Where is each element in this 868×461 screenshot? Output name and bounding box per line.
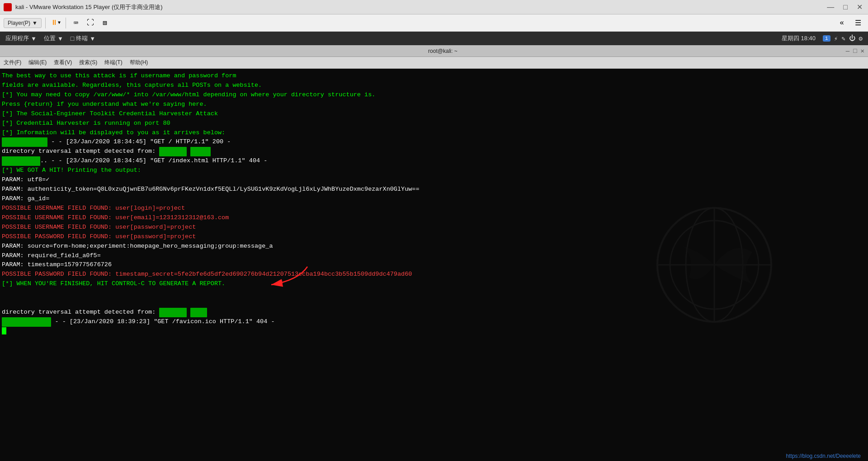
term-minimize-btn[interactable]: — — [846, 47, 849, 55]
lib-button[interactable]: ☰ — [852, 17, 864, 29]
terminal-menubar: 文件(F) 编辑(E) 查看(V) 搜索(S) 终端(T) 帮助(H) — [0, 57, 868, 69]
toolbar: Player(P) ▼ ⏸ ▼ ⌨ ⛶ ⊞ « ☰ — [0, 14, 868, 32]
term-line-12: PARAM: utf8=✓ — [2, 175, 866, 185]
ip-redact-3: ██ ██ — [190, 147, 211, 156]
terminal-window-controls: — □ ✕ — [846, 47, 864, 55]
term-maximize-btn[interactable]: □ — [853, 47, 857, 55]
term-line-11: [*] WE GOT A HIT! Printing the output: — [2, 166, 866, 175]
unity-button[interactable]: ⊞ — [99, 17, 111, 29]
pause-button[interactable]: ⏸ ▼ — [49, 17, 62, 29]
minimize-button[interactable]: — — [825, 3, 836, 11]
term-line-25 — [2, 298, 866, 308]
toolbar-sep2 — [66, 18, 66, 28]
pause-dropdown-icon: ▼ — [58, 20, 61, 25]
position-label: 位置 — [44, 34, 56, 42]
back-icon: « — [840, 19, 844, 27]
sysbar-right: 星期四 18:40 1 ⚡ ✎ ⏻ ⚙ — [782, 34, 863, 42]
player-label: Player(P) — [8, 20, 30, 26]
ip-redact-2: ███ ███ — [159, 147, 187, 156]
status-url: https://blog.csdn.net/Deeeelete — [783, 452, 864, 460]
term-line-cursor — [2, 327, 866, 336]
menu-search[interactable]: 搜索(S) — [79, 59, 97, 66]
position-menu[interactable]: 位置 ▼ — [44, 34, 63, 42]
ip-redact-7: ███ ███ ███ █ — [2, 317, 51, 327]
app-icon — [4, 3, 12, 11]
terminal-cursor — [2, 327, 6, 334]
term-line-20: PARAM: required_field_a0f5= — [2, 251, 866, 261]
term-line-7: [*] Information will be displayed to you… — [2, 128, 866, 138]
term-line-19: PARAM: source=form-home;experiment:homep… — [2, 242, 866, 251]
term-line-26: directory traversal attempt detected fro… — [2, 308, 866, 317]
menu-help[interactable]: 帮助(H) — [130, 59, 148, 66]
term-line-6: [*] Credential Harvester is running on p… — [2, 119, 866, 128]
term-close-btn[interactable]: ✕ — [861, 47, 864, 55]
clock: 星期四 18:40 — [782, 34, 816, 42]
term-line-23: [*] WHEN YOU'RE FINISHED, HIT CONTROL-C … — [2, 279, 866, 289]
title-bar: kali - VMware Workstation 15 Player (仅用于… — [0, 0, 868, 14]
sysbar-icon3[interactable]: ⏻ — [849, 35, 855, 42]
badge-number: 1 — [823, 35, 830, 42]
title-bar-left: kali - VMware Workstation 15 Player (仅用于… — [4, 3, 163, 11]
term-line-16: POSSIBLE USERNAME FIELD FOUND: user[emai… — [2, 213, 866, 223]
ip-redact-6: ██ █ — [190, 308, 207, 317]
term-line-17: POSSIBLE USERNAME FIELD FOUND: user[pass… — [2, 223, 866, 232]
term-line-10: ███ ███ ██.. - - [23/Jan/2020 18:34:45] … — [2, 156, 866, 166]
term-line-8: ███ ███ ██ █ - - [23/Jan/2020 18:34:45] … — [2, 137, 866, 147]
apps-arrow: ▼ — [31, 35, 37, 42]
menu-terminal[interactable]: 终端(T) — [104, 59, 122, 66]
term-line-1: The best way to use this attack is if us… — [2, 71, 866, 81]
sysbar-icon2[interactable]: ✎ — [841, 35, 845, 42]
system-bar: 应用程序 ▼ 位置 ▼ □ 终端 ▼ 星期四 18:40 1 ⚡ ✎ ⏻ ⚙ — [0, 32, 868, 45]
terminal-title: root@kali: ~ — [428, 48, 458, 54]
window-title: kali - VMware Workstation 15 Player (仅用于… — [15, 3, 163, 11]
sysbar-left: 应用程序 ▼ 位置 ▼ □ 终端 ▼ — [5, 34, 95, 42]
apps-label: 应用程序 — [5, 34, 29, 42]
term-line-14: PARAM: ga_id= — [2, 194, 866, 204]
back-button[interactable]: « — [835, 17, 848, 29]
term-line-15: POSSIBLE USERNAME FIELD FOUND: user[logi… — [2, 204, 866, 213]
sysbar-icon1[interactable]: ⚡ — [834, 35, 838, 42]
terminal-label: 终端 — [76, 34, 88, 42]
menu-file[interactable]: 文件(F) — [4, 59, 21, 66]
term-line-24 — [2, 289, 866, 298]
ip-redact-1: ███ ███ ██ █ — [2, 137, 47, 147]
term-line-4: Press {return} if you understand what we… — [2, 100, 866, 109]
term-line-27: ███ ███ ███ █ - - [23/Jan/2020 18:39:23]… — [2, 317, 866, 327]
term-line-5: [*] The Social-Engineer Toolkit Credenti… — [2, 109, 866, 119]
menu-view[interactable]: 查看(V) — [54, 59, 72, 66]
term-line-9: directory traversal attempt detected fro… — [2, 147, 866, 156]
maximize-button[interactable]: □ — [841, 3, 849, 11]
keyboard-icon: ⌨ — [74, 19, 78, 28]
terminal-arrow: ▼ — [90, 35, 95, 42]
close-button[interactable]: ✕ — [855, 3, 864, 11]
fullscreen-icon: ⛶ — [87, 19, 94, 27]
window-controls: — □ ✕ — [825, 3, 864, 11]
fullscreen-button[interactable]: ⛶ — [84, 17, 97, 29]
term-line-3: [*] You may need to copy /var/www/* into… — [2, 90, 866, 100]
term-line-13: PARAM: authenticity_token=Q8L0xzuQjwnEB7… — [2, 185, 866, 194]
pause-icon: ⏸ — [51, 19, 58, 27]
terminal-content[interactable]: The best way to use this attack is if us… — [0, 69, 868, 461]
terminal-icon: □ — [71, 35, 74, 42]
send-ctrlaltdel-button[interactable]: ⌨ — [70, 17, 82, 29]
term-line-22: POSSIBLE PASSWORD FIELD FOUND: timestamp… — [2, 270, 866, 279]
term-line-18: POSSIBLE PASSWORD FIELD FOUND: user[pass… — [2, 232, 866, 242]
terminal-window: root@kali: ~ — □ ✕ 文件(F) 编辑(E) 查看(V) 搜索(… — [0, 45, 868, 461]
lib-icon: ☰ — [855, 19, 861, 28]
player-button[interactable]: Player(P) ▼ — [4, 18, 42, 28]
term-line-2: fields are available. Regardless, this c… — [2, 81, 866, 90]
player-dropdown-icon: ▼ — [32, 20, 38, 26]
position-arrow: ▼ — [57, 35, 63, 42]
unity-icon: ⊞ — [103, 19, 107, 28]
terminal-titlebar: root@kali: ~ — □ ✕ — [0, 45, 868, 57]
ip-redact-4: ███ ███ ██ — [2, 156, 40, 166]
sysbar-icon4[interactable]: ⚙ — [859, 35, 863, 42]
terminal-taskbar-btn[interactable]: □ 终端 ▼ — [71, 34, 95, 42]
toolbar-separator — [45, 18, 46, 28]
sysbar-icons: 1 ⚡ ✎ ⏻ ⚙ — [823, 35, 863, 42]
menu-edit[interactable]: 编辑(E) — [28, 59, 47, 66]
term-line-21: PARAM: timestamp=1579775676726 — [2, 260, 866, 270]
ip-redact-5: ███ ███ — [159, 308, 187, 317]
apps-menu[interactable]: 应用程序 ▼ — [5, 34, 37, 42]
